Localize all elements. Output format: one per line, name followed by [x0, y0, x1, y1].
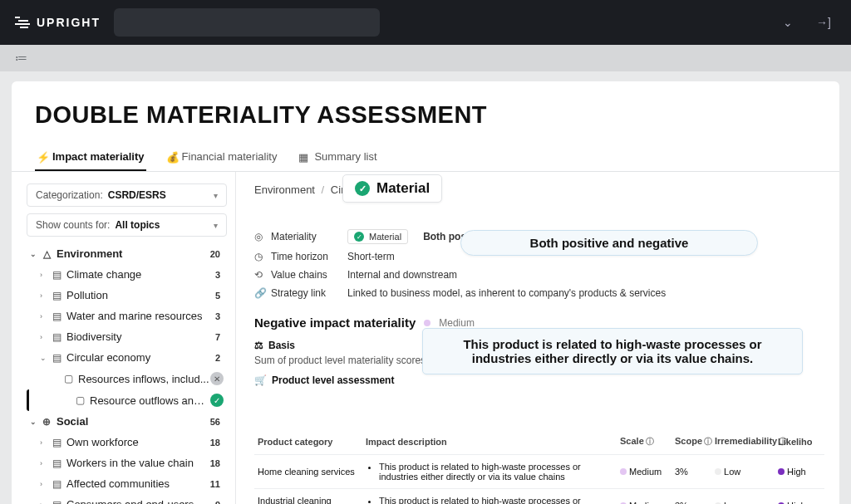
expand-icon[interactable]: › [40, 271, 50, 279]
doc-icon: ▤ [50, 269, 63, 281]
table-row[interactable]: Industrial cleaning servicesThis product… [254, 489, 824, 504]
tab-label: Impact materiality [52, 150, 145, 163]
tree-item[interactable]: ›▤Biodiversity7 [27, 326, 227, 347]
logo[interactable]: UPRIGHT [15, 16, 101, 29]
col-header-category[interactable]: Product category [258, 437, 366, 447]
expand-icon[interactable]: ⌄ [40, 354, 50, 362]
tree-count: 7 [212, 332, 224, 342]
meta-label: Materiality [271, 231, 317, 242]
meta-strategy-link: 🔗Strategy link Linked to business model,… [254, 284, 824, 302]
globe-icon: ⊕ [40, 416, 53, 428]
content-card: DOUBLE MATERIALITY ASSESSMENT ⚡ Impact m… [12, 81, 839, 504]
breadcrumb-item[interactable]: Environment [254, 183, 315, 196]
info-icon[interactable]: ⓘ [646, 437, 654, 446]
doc-icon: ▤ [50, 290, 63, 301]
cell-description: This product is related to high-waste pr… [366, 496, 620, 504]
financial-icon: 💰 [166, 151, 177, 162]
cell-scale: Medium [620, 501, 675, 504]
tree-item[interactable]: ›▤Water and marine resources3 [27, 306, 227, 326]
tab-financial-materiality[interactable]: 💰 Financial materiality [165, 144, 279, 171]
level-dot-icon [424, 320, 430, 326]
show-counts-value: All topics [115, 219, 160, 231]
expand-icon[interactable]: › [40, 438, 50, 447]
dropdown-icon[interactable]: ⌄ [778, 12, 798, 32]
meta-label: Time horizon [271, 251, 328, 262]
tree-count: 11 [207, 479, 224, 489]
breadcrumb: Environment / Circular econo [254, 183, 824, 196]
tab-summary-list[interactable]: ▦ Summary list [297, 144, 378, 171]
tree-item[interactable]: ›▤Own workforce18 [27, 432, 227, 453]
material-pill: ✓Material [347, 229, 408, 244]
expand-icon[interactable]: › [40, 501, 50, 505]
expand-icon[interactable]: › [40, 480, 50, 488]
cell-scale: Medium [620, 467, 675, 477]
categorization-select[interactable]: Categorization: CSRD/ESRS ▾ [27, 183, 227, 207]
tree-label: Environment [57, 247, 207, 260]
expand-icon[interactable]: › [40, 459, 50, 467]
doc-icon: ▤ [50, 458, 63, 469]
level-dot-icon [715, 468, 721, 475]
table-row[interactable]: Home cleaning servicesThis product is re… [254, 455, 824, 489]
chain-icon: ⟲ [254, 269, 266, 281]
product-level-heading: 🛒 Product level assessment [254, 374, 824, 386]
expand-icon[interactable]: › [40, 312, 50, 321]
col-header-scale[interactable]: Scale [620, 436, 644, 446]
show-counts-select[interactable]: Show counts for: All topics ▾ [27, 213, 227, 237]
brand-text: UPRIGHT [37, 16, 101, 29]
expand-icon[interactable]: › [40, 333, 50, 341]
tree-label: Water and marine resources [66, 310, 212, 322]
tree-item[interactable]: ›▤Pollution5 [27, 285, 227, 306]
tree-label: Workers in the value chain [66, 457, 207, 469]
expand-icon[interactable]: › [40, 291, 50, 300]
meta-value: Short-term [347, 251, 395, 262]
doc-icon: ▤ [50, 311, 63, 322]
callout-product-desc: This product is related to high-waste pr… [422, 328, 803, 374]
tree-label: Social [57, 415, 207, 428]
tree-label: Biodiversity [66, 330, 212, 343]
tree-item[interactable]: ⌄▤Circular economy2 [27, 347, 227, 368]
tree-count: 18 [207, 438, 224, 448]
sidebar: Categorization: CSRD/ESRS ▾ Show counts … [12, 172, 236, 504]
tree-item[interactable]: ›▤Consumers and end-users9 [27, 494, 227, 504]
clock-icon: ◷ [254, 251, 266, 262]
tree-item[interactable]: ▢Resources inflows, includ...✕ [27, 368, 227, 389]
col-header-description[interactable]: Impact description [366, 437, 620, 447]
tree-label: Resources inflows, includ... [78, 373, 210, 385]
tree-item[interactable]: ›▤Affected communities11 [27, 473, 227, 494]
product-level-label: Product level assessment [272, 374, 394, 386]
tree-item[interactable]: ›▤Workers in the value chain18 [27, 453, 227, 473]
col-header-scope[interactable]: Scope [675, 436, 702, 446]
basis-icon: ⚖ [254, 340, 263, 351]
cell-scope: 3% [675, 501, 715, 504]
info-icon[interactable]: ⓘ [704, 437, 712, 446]
expand-icon[interactable]: ⌄ [30, 418, 40, 426]
cell-category: Home cleaning services [258, 467, 366, 477]
tree-item[interactable]: ⌄△Environment20 [27, 243, 227, 264]
tree-count: 3 [212, 270, 224, 280]
login-icon[interactable]: →] [811, 12, 836, 32]
expand-icon[interactable]: ⌄ [30, 250, 40, 258]
tab-impact-materiality[interactable]: ⚡ Impact materiality [35, 144, 146, 171]
categorization-label: Categorization: [36, 189, 103, 201]
categorization-value: CSRD/ESRS [108, 189, 166, 201]
breadcrumb-sep: / [322, 183, 325, 196]
col-header-likelihood[interactable]: Likeliho [778, 437, 813, 447]
tree-label: Affected communities [66, 477, 207, 490]
list-icon[interactable]: ≔ [15, 51, 27, 66]
doc-icon: ▤ [50, 352, 63, 364]
impact-table: Product category Impact description Scal… [254, 429, 824, 504]
cell-category: Industrial cleaning services [258, 496, 366, 504]
meta-value: Linked to business model, as inherent to… [347, 287, 666, 299]
col-header-irremediability[interactable]: Irremediability [715, 436, 777, 446]
search-input[interactable] [114, 8, 380, 37]
meta-label: Strategy link [271, 287, 326, 299]
tree-count: 5 [212, 291, 224, 301]
tree-item[interactable]: ▢Resource outflows and w...✓ [27, 389, 227, 411]
callout-product-label: This product is related to high-waste pr… [438, 337, 787, 365]
callout-material-label: Material [376, 180, 430, 197]
meta-value: Internal and downstream [347, 269, 457, 281]
tree-item[interactable]: ›▤Climate change3 [27, 264, 227, 285]
impact-icon: ⚡ [37, 151, 47, 162]
tree-item[interactable]: ⌄⊕Social56 [27, 411, 227, 432]
table-header: Product category Impact description Scal… [254, 429, 824, 455]
